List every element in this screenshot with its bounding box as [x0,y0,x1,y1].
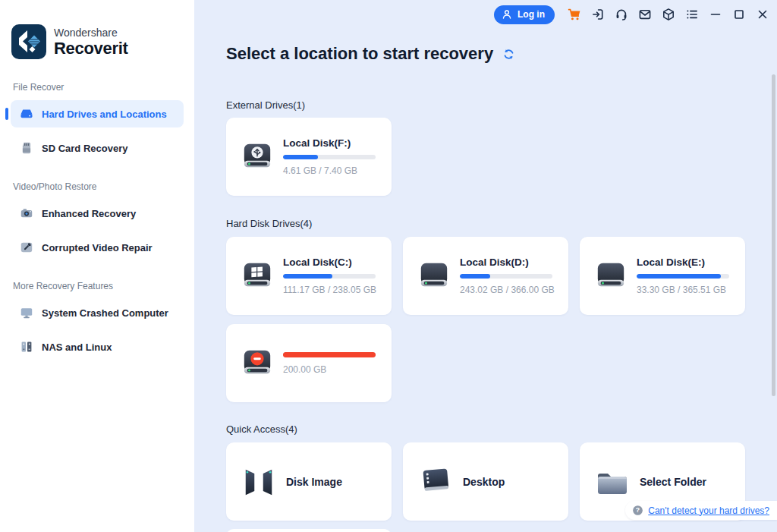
capacity-bar-fill [283,155,318,159]
quick-access-card-desktop[interactable]: Desktop [403,442,568,521]
hard-disk-icon [418,262,450,291]
sidebar-section-video-photo-restore: Video/Photo Restore [13,181,194,192]
nas-server-icon [20,340,33,354]
video-repair-icon [20,241,33,254]
capacity-bar [460,274,552,279]
drive-info: Local Disk(F:) 4.61 GB / 7.40 GB [283,137,376,176]
brand-line2: Recoverit [54,39,128,57]
hard-disk-drives-row-2: 200.00 GB [226,324,392,402]
help-icon: ? [632,505,643,516]
brand: Wondershare Recoverit [0,0,194,59]
section-label-external-drives: External Drives(1) [226,99,305,111]
hard-disk-icon [595,262,627,291]
quick-access-label: Select Folder [640,476,706,488]
quick-access-label: Desktop [463,476,505,488]
mail-icon[interactable] [638,8,652,21]
drive-size: 243.02 GB / 366.00 GB [460,285,555,295]
sidebar-item-label: System Crashed Computer [42,307,168,319]
sidebar-item-label: NAS and Linux [42,342,112,353]
list-icon[interactable] [685,8,699,21]
drive-size: 111.17 GB / 238.05 GB [283,285,376,295]
sidebar-item-label: Corrupted Video Repair [42,242,153,253]
drive-info: Local Disk(E:) 33.30 GB / 365.51 GB [637,257,729,295]
help-link[interactable]: Can't detect your hard drives? [648,505,769,516]
sidebar-item-label: Hard Drives and Locations [42,109,167,120]
drive-card-local-disk-c[interactable]: Local Disk(C:) 111.17 GB / 238.05 GB [226,237,392,315]
hard-drive-icon [20,107,33,121]
page-title-row: Select a location to start recovery [226,44,515,64]
sidebar-item-nas-and-linux[interactable]: NAS and Linux [11,333,184,360]
user-icon [501,8,513,20]
drive-name: Local Disk(F:) [283,137,376,149]
refresh-icon[interactable] [502,48,515,61]
drive-card-local-disk-e[interactable]: Local Disk(E:) 33.30 GB / 365.51 GB [580,237,745,315]
sidebar-item-sd-card-recovery[interactable]: SD Card Recovery [11,134,184,162]
sidebar-item-label: Enhanced Recovery [42,208,136,219]
login-button[interactable]: Log in [494,5,555,24]
folder-icon [595,465,630,499]
sidebar-item-enhanced-recovery[interactable]: Enhanced Recovery [11,200,184,227]
capacity-bar-fill [283,352,376,357]
support-headset-icon[interactable] [615,8,628,21]
system-drive-icon [241,262,273,291]
drive-info: 200.00 GB [283,352,376,375]
capacity-bar-fill [637,274,721,279]
capacity-bar [283,352,376,357]
sidebar-section-file-recover: File Recover [13,82,194,93]
capacity-bar-fill [460,274,490,279]
minimize-icon[interactable] [709,8,722,21]
capacity-bar [637,274,729,279]
svg-text:?: ? [636,506,640,514]
recoverit-window: Wondershare Recoverit File Recover Hard … [0,0,777,532]
disk-image-icon [241,465,276,499]
active-indicator [5,108,8,120]
section-label-quick-access: Quick Access(4) [226,423,297,435]
cart-icon[interactable] [568,8,581,21]
quick-access-card-disk-image[interactable]: Disk Image [226,442,392,521]
sidebar-item-system-crashed-computer[interactable]: System Crashed Computer [11,299,184,326]
drive-card-local-disk-f[interactable]: Local Disk(F:) 4.61 GB / 7.40 GB [226,118,392,196]
sidebar-item-hard-drives-and-locations[interactable]: Hard Drives and Locations [11,100,184,127]
drive-size: 4.61 GB / 7.40 GB [283,165,376,176]
section-label-hard-disk-drives: Hard Disk Drives(4) [226,218,312,229]
drive-name: Local Disk(E:) [637,257,729,268]
brand-text: Wondershare Recoverit [54,27,128,57]
main-area: Log in [194,0,777,532]
recoverit-logo-icon [11,24,46,59]
scrollbar-thumb[interactable] [772,74,775,396]
external-drives-row: Local Disk(F:) 4.61 GB / 7.40 GB [226,118,392,196]
close-icon[interactable] [756,8,769,21]
package-icon[interactable] [662,8,675,21]
drive-info: Local Disk(D:) 243.02 GB / 366.00 GB [460,257,555,295]
drive-info: Local Disk(C:) 111.17 GB / 238.05 GB [283,257,376,295]
usb-drive-icon [241,143,273,172]
unallocated-drive-icon [241,349,273,378]
brand-line1: Wondershare [54,27,128,39]
drive-size: 33.30 GB / 365.51 GB [637,285,729,295]
desktop-icon [418,465,453,499]
maximize-icon[interactable] [732,8,746,21]
topbar: Log in [494,4,769,25]
quick-access-card-partial[interactable] [226,529,392,532]
capacity-bar [283,155,376,159]
quick-access-label: Disk Image [286,476,342,488]
camera-icon [20,206,33,220]
import-icon[interactable] [591,8,605,21]
login-label: Log in [517,9,545,20]
sidebar: Wondershare Recoverit File Recover Hard … [0,0,194,532]
drive-size: 200.00 GB [283,364,376,375]
page-title: Select a location to start recovery [226,44,493,64]
sd-card-icon [20,141,33,155]
hard-disk-drives-row: Local Disk(C:) 111.17 GB / 238.05 GB Loc… [226,237,745,315]
drive-card-local-disk-d[interactable]: Local Disk(D:) 243.02 GB / 366.00 GB [403,237,568,315]
drive-name: Local Disk(C:) [283,257,376,268]
drive-card-unallocated[interactable]: 200.00 GB [226,324,392,402]
sidebar-section-more-recovery-features: More Recovery Features [13,281,194,291]
capacity-bar [283,274,376,279]
capacity-bar-fill [283,274,332,279]
drive-name: Local Disk(D:) [460,257,555,268]
monitor-icon [20,306,33,320]
sidebar-item-corrupted-video-repair[interactable]: Corrupted Video Repair [11,234,184,261]
help-pill[interactable]: ? Can't detect your hard drives? [625,501,777,520]
sidebar-item-label: SD Card Recovery [42,143,127,154]
